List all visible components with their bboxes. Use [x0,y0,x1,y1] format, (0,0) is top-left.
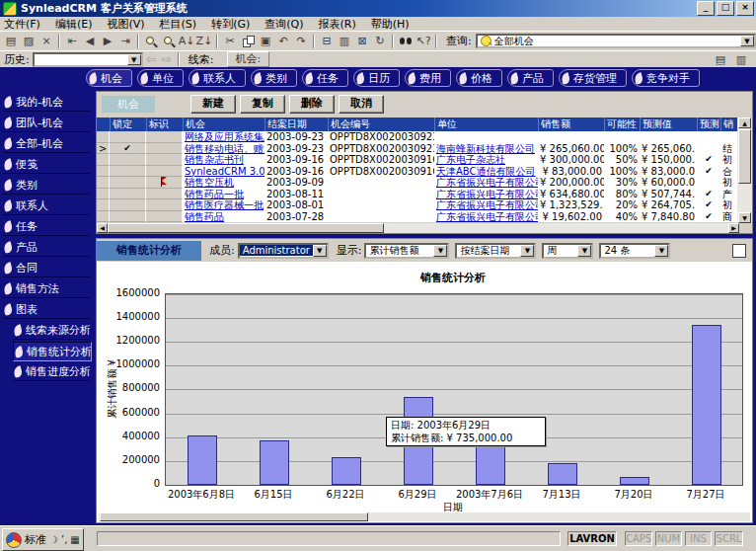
cut-icon[interactable]: ✂ [221,34,239,49]
tab-5[interactable]: 日历 [353,69,400,87]
chart-bar[interactable] [476,443,505,485]
opportunity-crumb[interactable]: 机会: [227,51,270,67]
minimize-button[interactable]: _ [697,1,715,16]
display-dropdown-arrow-icon[interactable]: ▼ [433,245,447,257]
next-record-icon[interactable]: ▶ [99,34,116,49]
tab-1[interactable]: 单位 [137,69,184,87]
sort-ascending-icon[interactable]: A↓ [178,34,195,49]
name-link[interactable]: 销售药品一批 [185,189,244,199]
chart-bar[interactable] [620,477,649,485]
count-dropdown-arrow-icon[interactable]: ▼ [654,245,668,257]
first-record-icon[interactable]: ⇤ [63,34,81,49]
sidebar-item-6[interactable]: 任务 [3,217,90,236]
tab-6[interactable]: 费用 [405,69,451,87]
menu-item-5[interactable]: 查询(Q) [265,17,303,32]
zoom-icon[interactable] [142,34,160,49]
menu-item-0[interactable]: 文件(F) [4,17,40,32]
vertical-scroll-thumb[interactable] [738,129,751,184]
history-forward-icon[interactable]: ⇨ [162,52,172,66]
scroll-left-icon[interactable]: ◀ [97,223,108,233]
sidebar-item-5[interactable]: 联系人 [3,197,90,215]
sidebar-item-13[interactable]: 销售进度分析 [13,362,90,381]
mail-icon[interactable]: ⊠ [353,34,371,49]
sidebar-item-11[interactable]: 线索来源分析 [13,321,90,340]
chart-bar[interactable] [188,435,217,485]
column-header-forecast[interactable]: 预测值 [640,118,697,131]
chart-bar[interactable] [692,325,721,485]
column-header-amount[interactable]: 销售额 [538,118,604,131]
table-row[interactable]: 销售医疗器械一批2003-08-01广东省振兴电子有限公司¥ 1,323,529… [97,199,739,211]
scroll-up-icon[interactable]: ▲ [738,118,751,128]
ime-punctuation-icon[interactable]: ’, [61,534,67,545]
sidebar-item-12[interactable]: 销售统计分析 [13,342,92,361]
column-header-date[interactable]: 结案日期 [265,118,328,131]
unit-link[interactable]: 海南蜂新科技有限公司 [436,143,535,154]
new-record-icon[interactable]: ▤ [2,34,20,49]
column-header-unit[interactable]: 单位 [434,118,538,131]
delete-record-icon[interactable]: × [38,34,55,49]
close-button[interactable]: × [736,1,754,16]
grid-button-3[interactable]: 取消 [339,95,384,114]
sidebar-item-3[interactable]: 便笺 [3,155,90,174]
menu-item-1[interactable]: 编辑(E) [55,17,93,32]
ime-keyboard-icon[interactable]: ▦ [70,534,79,545]
column-header-gutter[interactable] [97,118,110,131]
unit-link[interactable]: 广东省振兴电子有限公司 [436,211,538,222]
table-row[interactable]: 销售杂志书刊2003-09-16OPPTD8X0020030916001广东电子… [97,154,739,166]
column-header-number[interactable]: 机会编号 [328,118,434,131]
tab-9[interactable]: 存货管理 [559,69,627,87]
refresh-icon[interactable]: ↻ [371,34,389,49]
unit-link[interactable]: 广东省振兴电子有限公司 [436,199,538,210]
unit-link[interactable]: 广东省振兴电子有限公司 [436,177,538,188]
date-mode-dropdown-arrow-icon[interactable]: ▼ [520,245,534,257]
tab-2[interactable]: 联系人 [189,69,246,87]
paste-icon[interactable]: ▣ [257,34,274,49]
table-horizontal-scrollbar[interactable]: ◀ ▶ [97,223,739,233]
name-link[interactable]: 销售空压机 [185,177,234,188]
name-link[interactable]: 销售杂志书刊 [185,154,244,165]
ime-logo-icon[interactable] [6,532,22,548]
date-mode-combo[interactable]: 按结案日期 ▼ [455,243,536,259]
tab-8[interactable]: 产品 [507,69,554,87]
unit-link[interactable]: 广东电子杂志社 [436,154,505,165]
history-combo[interactable]: ▼ [33,52,143,67]
period-dropdown-arrow-icon[interactable]: ▼ [577,245,591,257]
tab-3[interactable]: 类别 [251,69,297,87]
table-row[interactable]: SynleadCRM 3.02003-09-16OPPTD8X002003091… [97,166,739,178]
column-header-locked[interactable]: 锁定 [110,118,146,131]
member-dropdown-arrow-icon[interactable]: ▼ [313,245,327,257]
scroll-right-icon[interactable]: ▶ [728,223,739,233]
table-vertical-scrollbar[interactable]: ▲ ▼ [737,118,752,223]
table-row[interactable]: 销售药品一批2003-08-11广东省振兴电子有限公司¥ 634,680.008… [97,189,739,200]
name-link[interactable]: 销售移动电话、赠送 [185,143,265,154]
menu-item-7[interactable]: 帮助(H) [371,17,410,32]
last-record-icon[interactable]: ⇥ [116,34,134,49]
table-row[interactable]: 销售药品2003-07-28广东省振兴电子有限公司¥ 19,602.0040%¥… [97,211,739,223]
table-row[interactable]: 网络及应用系统集成2003-09-23OPPTD8X0020030923001 [97,131,739,143]
column-header-flag[interactable]: 标识 [146,118,183,131]
panel-resize-button[interactable] [732,244,746,258]
edit-record-icon[interactable]: ▨ [20,34,38,49]
detail-view-icon[interactable]: ▥ [732,51,750,67]
table-row[interactable]: 销售空压机2003-09-09广东省振兴电子有限公司¥ 200,000.0030… [97,177,739,189]
column-header-predict[interactable]: 预测 [697,118,720,131]
column-header-prob[interactable]: 可能性 [604,118,640,131]
grid-button-2[interactable]: 删除 [289,95,335,114]
tab-0[interactable]: 机会 [86,69,132,87]
sort-descending-icon[interactable]: Z↓ [195,34,213,49]
query-combo[interactable]: 全部机会 ▼ [476,34,756,48]
previous-record-icon[interactable]: ◀ [81,34,99,49]
display-combo[interactable]: 累计销售额 ▼ [364,243,449,259]
undo-icon[interactable]: ↶ [274,34,292,49]
name-link[interactable]: 网络及应用系统集成 [185,131,265,142]
sidebar-item-1[interactable]: 团队-机会 [3,114,90,132]
scroll-down-icon[interactable]: ▼ [738,212,751,223]
ime-toolbar[interactable]: 标准 ☽ ’, ▦ [2,528,84,551]
column-header-name[interactable]: 机会 [183,118,265,131]
sidebar-item-7[interactable]: 产品 [3,238,90,257]
menu-item-6[interactable]: 报表(R) [319,17,356,32]
count-combo[interactable]: 24 条 ▼ [599,243,670,259]
name-link[interactable]: 销售医疗器械一批 [185,199,264,210]
ime-mode-label[interactable]: 标准 [25,532,46,547]
chart-horizontal-scrollbar[interactable] [99,512,750,521]
